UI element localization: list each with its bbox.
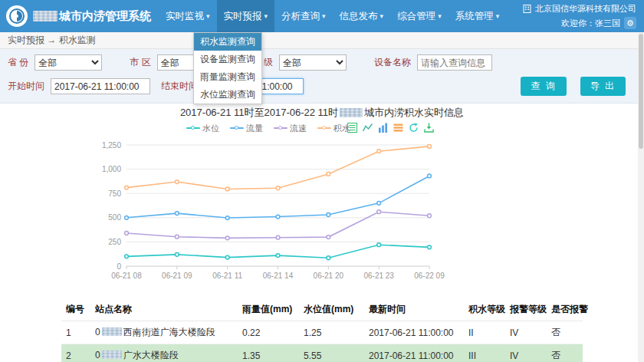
column-header: 最新时间 xyxy=(364,298,464,321)
bar-chart-icon[interactable] xyxy=(378,123,388,133)
data-point[interactable] xyxy=(125,232,129,235)
data-point[interactable] xyxy=(327,256,330,260)
app-title-text: 城市内涝管理系统 xyxy=(59,9,151,24)
filter-row-2: 开始时间 结束时间 查 询 导 出 xyxy=(8,77,636,96)
data-view-icon[interactable] xyxy=(347,123,357,133)
data-point[interactable] xyxy=(428,245,432,249)
menu-item[interactable]: 分析查询▾ xyxy=(274,0,333,32)
stations-table: 编号站点名称雨量值(mm)水位值(mm)最新时间积水等级报警等级是否报警 10西… xyxy=(61,298,583,362)
stack-icon[interactable] xyxy=(393,123,403,133)
chart-title: 2017-06-21 11时至2017-06-22 11时 城市内涝积水实时信息 xyxy=(0,107,644,119)
chevron-down-icon: ▾ xyxy=(322,12,326,20)
legend-marker-icon xyxy=(186,126,200,131)
data-point[interactable] xyxy=(225,255,229,259)
province-select[interactable]: 全部 xyxy=(34,54,102,71)
start-time-input[interactable] xyxy=(51,78,150,94)
data-point[interactable] xyxy=(175,212,179,216)
data-point[interactable] xyxy=(225,236,229,240)
table-row[interactable]: 10西南街道广海大楼险段0.221.252017-06-21 11:00:00I… xyxy=(61,321,583,344)
table-header-row: 编号站点名称雨量值(mm)水位值(mm)最新时间积水等级报警等级是否报警 xyxy=(61,298,583,321)
chart-toolbox xyxy=(347,123,434,133)
chart-title-time: 2017-06-21 11时至2017-06-22 11时 xyxy=(180,106,338,120)
data-point[interactable] xyxy=(175,252,179,256)
station-name-cell: 0西南街道广海大楼险段 xyxy=(90,321,238,344)
gear-icon[interactable]: ⚙ xyxy=(624,17,636,29)
data-point[interactable] xyxy=(175,235,179,239)
x-axis-label: 06-21 11 xyxy=(212,272,242,280)
start-time-label: 开始时间 xyxy=(8,80,44,93)
menu-item[interactable]: 实时预报▾ xyxy=(217,0,275,32)
data-point[interactable] xyxy=(327,213,330,217)
table-row[interactable]: 20广水大楼险段1.355.552017-06-21 11:00:00IIIIV… xyxy=(61,344,583,362)
line-chart-icon[interactable] xyxy=(363,123,373,133)
data-point[interactable] xyxy=(276,254,280,258)
device-name-filter: 设备名称 xyxy=(374,54,492,71)
data-point[interactable] xyxy=(276,186,280,190)
data-point[interactable] xyxy=(225,216,229,220)
legend-item[interactable]: 流速 xyxy=(274,123,307,134)
query-button[interactable]: 查 询 xyxy=(521,77,566,96)
menu-item[interactable]: 实时监视▾ xyxy=(159,0,217,32)
data-point[interactable] xyxy=(276,235,280,239)
line-chart-svg: 02505007501,0001,25006-21 0806-21 0906-2… xyxy=(88,136,449,292)
menu-item[interactable]: 信息发布▾ xyxy=(333,0,391,32)
data-point[interactable] xyxy=(377,210,381,214)
y-axis-label: 250 xyxy=(108,238,121,246)
station-name-rest: 西南街道广海大楼险段 xyxy=(123,327,215,337)
data-point[interactable] xyxy=(225,187,229,191)
action-buttons: 查 询 导 出 xyxy=(521,77,636,96)
latest-time-cell: 2017-06-21 11:00:00 xyxy=(364,344,464,362)
restore-icon[interactable] xyxy=(409,123,419,133)
redacted-city-name xyxy=(340,108,363,117)
water-value-cell: 1.25 xyxy=(299,321,364,344)
app-window: 城市内涝管理系统 实时监视▾实时预报▾分析查询▾信息发布▾综合管理▾系统管理▾ … xyxy=(0,0,644,362)
welcome-bar: 欢迎你：张三国 ⚙ xyxy=(561,17,636,29)
legend-label: 流量 xyxy=(246,123,263,134)
chart-area: 水位流量流速积水 02505007501,0001,25006-21 0806-… xyxy=(88,120,449,292)
station-name-rest: 广水大楼险段 xyxy=(123,350,179,360)
device-name-input[interactable] xyxy=(417,54,492,71)
export-button[interactable]: 导 出 xyxy=(580,77,626,96)
legend-marker-icon xyxy=(274,126,288,131)
menu-item[interactable]: 系统管理▾ xyxy=(449,0,507,32)
legend-item[interactable]: 积水 xyxy=(317,123,350,134)
chevron-down-icon: ▾ xyxy=(264,12,268,20)
data-point[interactable] xyxy=(175,180,179,184)
redacted-station-segment xyxy=(102,350,122,359)
data-point[interactable] xyxy=(327,235,330,239)
data-point[interactable] xyxy=(377,150,381,153)
company-name: 北京国信华源科技有限公司 xyxy=(535,3,636,15)
station-name-cell: 0广水大楼险段 xyxy=(90,344,238,362)
data-point[interactable] xyxy=(125,216,129,219)
legend-label: 流速 xyxy=(290,123,307,134)
dropdown-menu-item[interactable]: 设备监测查询 xyxy=(194,51,261,68)
data-point[interactable] xyxy=(125,255,129,258)
county-select[interactable]: 全部 xyxy=(279,54,347,71)
menu-item[interactable]: 综合管理▾ xyxy=(390,0,449,32)
data-point[interactable] xyxy=(428,214,432,218)
column-header: 编号 xyxy=(61,298,90,321)
menu-item-label: 实时预报 xyxy=(224,10,262,23)
is-alarm-cell: 否 xyxy=(547,321,583,344)
data-point[interactable] xyxy=(377,243,381,247)
main-menu: 实时监视▾实时预报▾分析查询▾信息发布▾综合管理▾系统管理▾ xyxy=(159,0,506,32)
end-time-label: 结束时间 xyxy=(161,80,198,93)
dropdown-menu-item[interactable]: 积水监测查询 xyxy=(194,33,261,51)
legend-item[interactable]: 流量 xyxy=(230,123,263,134)
dropdown-menu-item[interactable]: 雨量监测查询 xyxy=(194,68,261,86)
vertical-scrollbar[interactable] xyxy=(638,32,644,362)
device-name-label: 设备名称 xyxy=(374,56,411,69)
city-label: 市 区 xyxy=(130,56,150,69)
data-point[interactable] xyxy=(276,215,280,219)
data-point[interactable] xyxy=(327,173,330,176)
scrollbar-thumb[interactable] xyxy=(639,34,643,149)
data-point[interactable] xyxy=(428,144,432,148)
data-point[interactable] xyxy=(125,186,129,189)
data-point[interactable] xyxy=(377,201,381,205)
dropdown-menu-item[interactable]: 水位监测查询 xyxy=(194,86,261,104)
save-image-icon[interactable] xyxy=(424,123,434,133)
redacted-station-segment xyxy=(102,327,122,336)
legend-item[interactable]: 水位 xyxy=(186,123,219,134)
data-point[interactable] xyxy=(428,174,432,178)
alarm-grade-cell: IV xyxy=(505,344,547,362)
